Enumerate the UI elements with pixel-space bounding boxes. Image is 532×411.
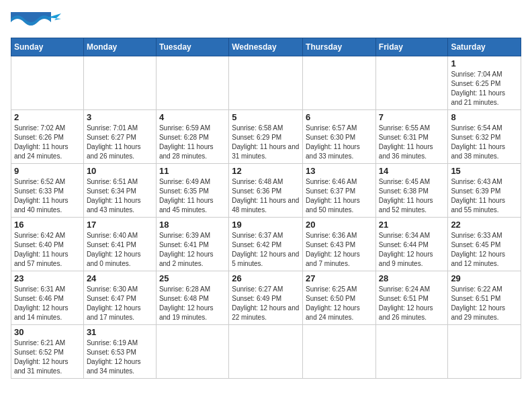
day-number: 16 xyxy=(14,220,81,230)
day-cell: 5Sunrise: 6:58 AM Sunset: 6:29 PM Daylig… xyxy=(229,110,303,164)
day-cell: 8Sunrise: 6:54 AM Sunset: 6:32 PM Daylig… xyxy=(448,110,521,164)
day-number: 8 xyxy=(451,112,518,122)
day-number: 9 xyxy=(14,166,81,176)
day-cell: 16Sunrise: 6:42 AM Sunset: 6:40 PM Dayli… xyxy=(11,218,84,271)
day-info: Sunrise: 6:24 AM Sunset: 6:51 PM Dayligh… xyxy=(379,285,445,322)
day-info: Sunrise: 6:54 AM Sunset: 6:32 PM Dayligh… xyxy=(451,124,518,161)
day-number: 22 xyxy=(451,220,518,230)
day-info: Sunrise: 6:21 AM Sunset: 6:52 PM Dayligh… xyxy=(14,338,81,376)
day-info: Sunrise: 7:01 AM Sunset: 6:27 PM Dayligh… xyxy=(87,124,153,161)
day-cell: 17Sunrise: 6:40 AM Sunset: 6:41 PM Dayli… xyxy=(83,218,156,271)
week-row-3: 9Sunrise: 6:52 AM Sunset: 6:33 PM Daylig… xyxy=(11,164,521,218)
day-cell: 20Sunrise: 6:36 AM Sunset: 6:43 PM Dayli… xyxy=(303,218,376,271)
day-cell: 6Sunrise: 6:57 AM Sunset: 6:30 PM Daylig… xyxy=(303,110,376,164)
day-number: 3 xyxy=(87,112,153,122)
day-cell xyxy=(229,325,303,379)
calendar-table: SundayMondayTuesdayWednesdayThursdayFrid… xyxy=(11,38,521,379)
day-info: Sunrise: 6:51 AM Sunset: 6:34 PM Dayligh… xyxy=(87,177,153,215)
day-info: Sunrise: 6:34 AM Sunset: 6:44 PM Dayligh… xyxy=(379,231,445,269)
day-info: Sunrise: 6:46 AM Sunset: 6:37 PM Dayligh… xyxy=(306,177,373,215)
day-info: Sunrise: 6:19 AM Sunset: 6:53 PM Dayligh… xyxy=(87,338,153,376)
weekday-header-sunday: Sunday xyxy=(11,38,84,56)
day-number: 29 xyxy=(451,273,518,283)
day-info: Sunrise: 6:30 AM Sunset: 6:47 PM Dayligh… xyxy=(87,285,153,322)
day-number: 31 xyxy=(87,327,153,337)
day-number: 19 xyxy=(232,220,300,230)
day-number: 12 xyxy=(232,166,300,176)
day-cell xyxy=(83,56,156,110)
day-cell: 14Sunrise: 6:45 AM Sunset: 6:38 PM Dayli… xyxy=(375,164,448,218)
week-row-5: 23Sunrise: 6:31 AM Sunset: 6:46 PM Dayli… xyxy=(11,271,521,325)
day-cell xyxy=(303,56,376,110)
day-number: 23 xyxy=(14,273,81,283)
day-cell: 10Sunrise: 6:51 AM Sunset: 6:34 PM Dayli… xyxy=(83,164,156,218)
day-info: Sunrise: 6:45 AM Sunset: 6:38 PM Dayligh… xyxy=(379,177,445,215)
day-number: 25 xyxy=(159,273,226,283)
day-info: Sunrise: 6:55 AM Sunset: 6:31 PM Dayligh… xyxy=(379,124,445,161)
day-cell: 31Sunrise: 6:19 AM Sunset: 6:53 PM Dayli… xyxy=(83,325,156,379)
weekday-header-saturday: Saturday xyxy=(448,38,521,56)
weekday-header-thursday: Thursday xyxy=(303,38,376,56)
day-cell: 19Sunrise: 6:37 AM Sunset: 6:42 PM Dayli… xyxy=(229,218,303,271)
day-info: Sunrise: 6:31 AM Sunset: 6:46 PM Dayligh… xyxy=(14,285,81,322)
day-info: Sunrise: 6:37 AM Sunset: 6:42 PM Dayligh… xyxy=(232,231,300,269)
logo-shape xyxy=(11,12,64,32)
day-info: Sunrise: 6:57 AM Sunset: 6:30 PM Dayligh… xyxy=(306,124,373,161)
day-number: 10 xyxy=(87,166,153,176)
weekday-header-monday: Monday xyxy=(83,38,156,56)
day-cell: 7Sunrise: 6:55 AM Sunset: 6:31 PM Daylig… xyxy=(375,110,448,164)
day-info: Sunrise: 6:49 AM Sunset: 6:35 PM Dayligh… xyxy=(159,177,226,215)
day-cell: 12Sunrise: 6:48 AM Sunset: 6:36 PM Dayli… xyxy=(229,164,303,218)
day-cell: 22Sunrise: 6:33 AM Sunset: 6:45 PM Dayli… xyxy=(448,218,521,271)
week-row-4: 16Sunrise: 6:42 AM Sunset: 6:40 PM Dayli… xyxy=(11,218,521,271)
day-cell: 29Sunrise: 6:22 AM Sunset: 6:51 PM Dayli… xyxy=(448,271,521,325)
day-cell xyxy=(375,56,448,110)
day-info: Sunrise: 6:48 AM Sunset: 6:36 PM Dayligh… xyxy=(232,177,300,215)
day-cell xyxy=(448,325,521,379)
day-number: 15 xyxy=(451,166,518,176)
day-info: Sunrise: 6:43 AM Sunset: 6:39 PM Dayligh… xyxy=(451,177,518,215)
day-info: Sunrise: 6:25 AM Sunset: 6:50 PM Dayligh… xyxy=(306,285,373,322)
day-cell xyxy=(156,56,228,110)
day-cell: 1Sunrise: 7:04 AM Sunset: 6:25 PM Daylig… xyxy=(448,56,521,110)
day-number: 4 xyxy=(159,112,226,122)
day-cell: 28Sunrise: 6:24 AM Sunset: 6:51 PM Dayli… xyxy=(375,271,448,325)
day-number: 6 xyxy=(306,112,373,122)
day-cell: 30Sunrise: 6:21 AM Sunset: 6:52 PM Dayli… xyxy=(11,325,84,379)
day-info: Sunrise: 6:42 AM Sunset: 6:40 PM Dayligh… xyxy=(14,231,81,269)
day-number: 30 xyxy=(14,327,81,337)
day-info: Sunrise: 6:58 AM Sunset: 6:29 PM Dayligh… xyxy=(232,124,300,161)
day-number: 7 xyxy=(379,112,445,122)
day-number: 17 xyxy=(87,220,153,230)
day-number: 21 xyxy=(379,220,445,230)
day-info: Sunrise: 7:02 AM Sunset: 6:26 PM Dayligh… xyxy=(14,124,81,161)
weekday-header-friday: Friday xyxy=(375,38,448,56)
week-row-6: 30Sunrise: 6:21 AM Sunset: 6:52 PM Dayli… xyxy=(11,325,521,379)
weekday-header-row: SundayMondayTuesdayWednesdayThursdayFrid… xyxy=(11,38,521,56)
day-number: 13 xyxy=(306,166,373,176)
day-cell: 3Sunrise: 7:01 AM Sunset: 6:27 PM Daylig… xyxy=(83,110,156,164)
day-number: 14 xyxy=(379,166,445,176)
day-cell: 13Sunrise: 6:46 AM Sunset: 6:37 PM Dayli… xyxy=(303,164,376,218)
day-cell: 25Sunrise: 6:28 AM Sunset: 6:48 PM Dayli… xyxy=(156,271,228,325)
day-cell: 24Sunrise: 6:30 AM Sunset: 6:47 PM Dayli… xyxy=(83,271,156,325)
day-info: Sunrise: 6:28 AM Sunset: 6:48 PM Dayligh… xyxy=(159,285,226,322)
day-cell xyxy=(303,325,376,379)
day-number: 5 xyxy=(232,112,300,122)
day-cell: 11Sunrise: 6:49 AM Sunset: 6:35 PM Dayli… xyxy=(156,164,228,218)
day-cell xyxy=(11,56,84,110)
week-row-2: 2Sunrise: 7:02 AM Sunset: 6:26 PM Daylig… xyxy=(11,110,521,164)
weekday-header-tuesday: Tuesday xyxy=(156,38,228,56)
day-info: Sunrise: 6:39 AM Sunset: 6:41 PM Dayligh… xyxy=(159,231,226,269)
page-header xyxy=(11,11,521,32)
day-info: Sunrise: 7:04 AM Sunset: 6:25 PM Dayligh… xyxy=(451,70,518,107)
day-info: Sunrise: 6:27 AM Sunset: 6:49 PM Dayligh… xyxy=(232,285,300,322)
day-number: 2 xyxy=(14,112,81,122)
day-info: Sunrise: 6:52 AM Sunset: 6:33 PM Dayligh… xyxy=(14,177,81,215)
day-cell: 27Sunrise: 6:25 AM Sunset: 6:50 PM Dayli… xyxy=(303,271,376,325)
day-info: Sunrise: 6:33 AM Sunset: 6:45 PM Dayligh… xyxy=(451,231,518,269)
day-number: 27 xyxy=(306,273,373,283)
day-cell: 26Sunrise: 6:27 AM Sunset: 6:49 PM Dayli… xyxy=(229,271,303,325)
day-cell: 9Sunrise: 6:52 AM Sunset: 6:33 PM Daylig… xyxy=(11,164,84,218)
calendar-body: 1Sunrise: 7:04 AM Sunset: 6:25 PM Daylig… xyxy=(11,56,521,379)
